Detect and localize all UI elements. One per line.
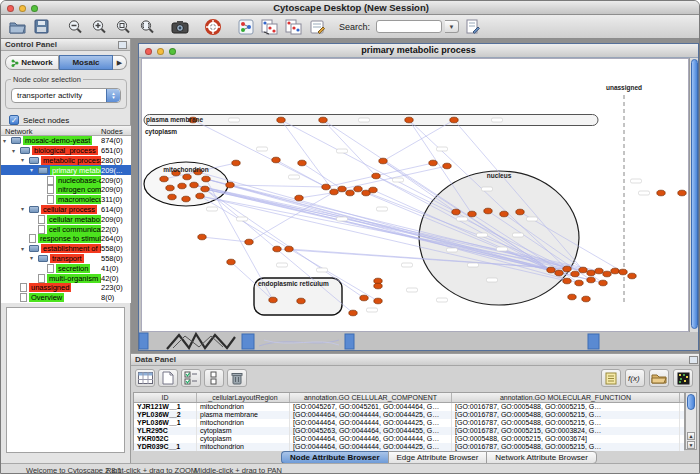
tab-network[interactable]: Network xyxy=(5,55,59,70)
network-node[interactable] xyxy=(500,211,508,217)
network-node[interactable] xyxy=(374,283,382,289)
tree-row[interactable]: unassigned223(0) xyxy=(1,283,131,293)
tree-row[interactable]: nucleobase-c209(0) xyxy=(1,175,131,185)
network-node[interactable] xyxy=(579,267,587,273)
network-edge[interactable] xyxy=(230,185,326,187)
network-node[interactable] xyxy=(319,117,327,123)
network-node[interactable] xyxy=(349,310,357,316)
select-nodes-checkbox[interactable]: ✓ xyxy=(9,115,19,125)
scrollbar-thumb[interactable] xyxy=(687,394,695,410)
expand-arrow-icon[interactable]: ▾ xyxy=(3,137,11,145)
network-node[interactable] xyxy=(619,269,627,275)
network-node[interactable] xyxy=(346,190,354,196)
network-node[interactable] xyxy=(516,209,524,215)
network-node[interactable] xyxy=(452,209,460,215)
network-node[interactable] xyxy=(555,270,563,276)
network-overlay-icon-a[interactable] xyxy=(259,17,280,37)
view-vertical-scrollbar[interactable] xyxy=(689,58,698,332)
view-titlebar[interactable]: primary metabolic process xyxy=(139,44,698,58)
network-node[interactable] xyxy=(563,278,571,284)
network-node[interactable] xyxy=(183,174,191,180)
table-vertical-scrollbar[interactable]: ▲ ▼ xyxy=(685,392,697,450)
scroll-down-icon[interactable]: ▼ xyxy=(687,441,695,449)
network-node[interactable] xyxy=(338,186,346,192)
help-lifering-icon[interactable] xyxy=(202,17,223,37)
zoom-selected-icon[interactable] xyxy=(112,17,133,37)
network-node[interactable] xyxy=(372,173,380,179)
network-edge[interactable] xyxy=(202,237,249,242)
table-row[interactable]: YDR039C__1mitochondrion[GO:0044464, GO:0… xyxy=(134,443,684,451)
network-node[interactable] xyxy=(273,246,281,252)
network-node[interactable] xyxy=(379,158,387,164)
notes-icon[interactable] xyxy=(601,369,621,387)
network-node[interactable] xyxy=(547,267,555,273)
scrollbar-thumb[interactable] xyxy=(691,59,698,329)
network-node[interactable] xyxy=(226,182,234,188)
network-node[interactable] xyxy=(571,271,579,277)
tree-row[interactable]: ▾transport558(0) xyxy=(1,254,131,264)
network-node[interactable] xyxy=(599,280,607,286)
network-node[interactable] xyxy=(277,117,285,123)
network-node[interactable] xyxy=(295,195,303,201)
network-node[interactable] xyxy=(657,190,665,196)
zoom-fit-icon[interactable] xyxy=(136,17,157,37)
plasma-membrane-region[interactable] xyxy=(144,115,598,126)
network-node[interactable] xyxy=(628,273,636,279)
float-panel-icon[interactable] xyxy=(689,356,698,364)
tree-row[interactable]: response to stimulu264(0) xyxy=(1,234,131,244)
network-node[interactable] xyxy=(272,157,280,163)
network-node[interactable] xyxy=(443,163,451,169)
network-node[interactable] xyxy=(190,182,198,188)
attribute-table-icon[interactable] xyxy=(135,369,155,387)
save-icon[interactable] xyxy=(31,17,52,37)
network-node[interactable] xyxy=(227,259,235,265)
tree-row[interactable]: Overview8(0) xyxy=(1,293,131,303)
table-row[interactable]: YLR295Ccytoplasm[GO:0045263, GO:0044464,… xyxy=(134,427,684,435)
table-row[interactable]: YKR052Ccytoplasm[GO:0044464, GO:0044446,… xyxy=(134,435,684,443)
network-node[interactable] xyxy=(568,294,576,300)
network-node[interactable] xyxy=(563,266,571,272)
expand-arrow-icon[interactable]: ▾ xyxy=(21,245,29,253)
import-attributes-icon[interactable] xyxy=(649,369,669,387)
network-canvas[interactable]: plasma membrane cytoplasm mitochondrion … xyxy=(141,58,689,332)
network-node[interactable] xyxy=(354,186,362,192)
network-node[interactable] xyxy=(232,160,240,166)
document-edit-icon[interactable] xyxy=(462,17,483,37)
tab-scroll-arrow[interactable]: ▶ xyxy=(113,55,127,70)
network-overlay-icon-b[interactable] xyxy=(283,17,304,37)
network-node[interactable] xyxy=(168,194,176,200)
tree-row[interactable]: nitrogen compo209(0) xyxy=(1,185,131,195)
network-node[interactable] xyxy=(595,268,603,274)
table-row[interactable]: YPL036W__2plasma membrane[GO:0044464, GO… xyxy=(134,411,684,419)
network-node[interactable] xyxy=(285,246,293,252)
network-node[interactable] xyxy=(178,183,186,189)
network-node[interactable] xyxy=(201,186,209,192)
network-node[interactable] xyxy=(582,296,590,302)
network-edge[interactable] xyxy=(323,120,376,176)
expand-arrow-icon[interactable]: ▾ xyxy=(12,147,20,155)
network-node[interactable] xyxy=(202,176,210,182)
network-node[interactable] xyxy=(269,297,277,303)
network-node[interactable] xyxy=(587,270,595,276)
search-input[interactable] xyxy=(376,20,442,33)
network-edge[interactable] xyxy=(281,120,334,192)
network-node[interactable] xyxy=(298,160,306,166)
tree-row[interactable]: secretion41(0) xyxy=(1,263,131,273)
column-header[interactable]: annotation.GO CELLULAR_COMPONENT xyxy=(290,393,452,402)
network-node[interactable] xyxy=(374,298,382,304)
search-dropdown-button[interactable]: ▼ xyxy=(445,20,459,33)
tree-row[interactable]: macromolecule311(0) xyxy=(1,195,131,205)
table-row[interactable]: YJR121W__1mitochondrion[GO:0045267, GO:0… xyxy=(134,403,684,411)
network-view-icon[interactable] xyxy=(235,17,256,37)
network-node[interactable] xyxy=(360,295,368,301)
network-node[interactable] xyxy=(468,211,476,217)
tab-mosaic[interactable]: Mosaic xyxy=(59,55,113,70)
network-node[interactable] xyxy=(196,193,204,199)
tree-row[interactable]: ▾cellular process614(0) xyxy=(1,205,131,215)
annotation-form-icon[interactable] xyxy=(307,17,328,37)
tree-row[interactable]: cell communicat22(0) xyxy=(1,224,131,234)
network-node[interactable] xyxy=(484,208,492,214)
tree-row[interactable]: ▾mosaic-demo-yeast874(0) xyxy=(1,136,131,146)
zoom-in-icon[interactable] xyxy=(88,17,109,37)
network-node[interactable] xyxy=(322,184,330,190)
